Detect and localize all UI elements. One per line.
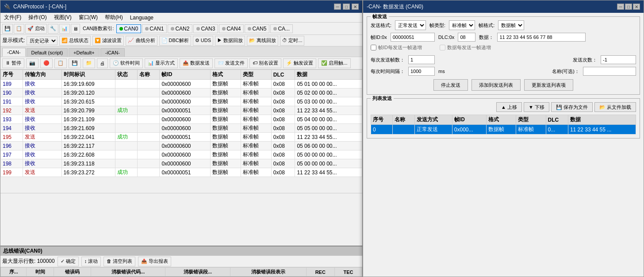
load-file-btn[interactable]: 📂 从文件加载 bbox=[594, 102, 636, 112]
clear-list-btn[interactable]: 🗑 清空列表 bbox=[104, 257, 135, 266]
tab-ican[interactable]: -iCAN- bbox=[100, 48, 125, 57]
pause-button[interactable]: ⏸ 暂停 bbox=[2, 58, 24, 68]
table-row[interactable]: 199 发送 16:39:23.272 成功 0x00000051 数据帧 标准… bbox=[1, 168, 362, 177]
send-count-input[interactable] bbox=[408, 55, 435, 64]
table-row[interactable]: 192 发送 16:39:20.799 成功 0x00000051 数据帧 标准… bbox=[1, 106, 362, 115]
dialog-close[interactable]: ✕ bbox=[633, 4, 640, 10]
toolbar-icon-btn-3[interactable]: 🔧 bbox=[48, 24, 58, 34]
icon-btn-4[interactable]: 💾 bbox=[69, 58, 81, 68]
timer-btn[interactable]: ⏱ 定时... bbox=[280, 36, 304, 46]
canmore-label: CA... bbox=[278, 26, 290, 32]
close-button[interactable]: ✕ bbox=[352, 4, 359, 10]
toolbar-icon-btn-1[interactable]: 💾 bbox=[2, 24, 13, 34]
cell-dir: 接收 bbox=[23, 115, 61, 124]
icon-btn-3[interactable]: 📋 bbox=[54, 58, 67, 68]
tab-can[interactable]: -CAN- bbox=[2, 48, 26, 57]
minimize-button[interactable]: ─ bbox=[334, 4, 341, 10]
curve-btn[interactable]: 📈 曲线分析 bbox=[126, 36, 157, 46]
update-list-btn[interactable]: 更新发送列表项 bbox=[524, 79, 573, 91]
bus-status-btn[interactable]: 📶 总线状态 bbox=[59, 36, 91, 46]
start-button[interactable]: 🚀 启动 bbox=[25, 24, 47, 34]
table-row[interactable]: 197 接收 16:39:22.608 0x00000600 数据帧 标准帧 0… bbox=[1, 150, 362, 159]
display-mode-btn[interactable]: 📊 显示方式 bbox=[145, 58, 178, 68]
export-btn[interactable]: 📤 导出报表 bbox=[138, 257, 171, 266]
send-format-label: 发送格式: bbox=[371, 22, 391, 29]
dbc-btn[interactable]: 📄 DBC解析 bbox=[159, 36, 191, 46]
frame-type-select[interactable]: 标准帧 扩展帧 bbox=[449, 20, 475, 30]
toolbar-icon-btn-4[interactable]: 📊 bbox=[59, 24, 70, 34]
table-row[interactable]: 194 接收 16:39:21.609 0x00000600 数据帧 标准帧 0… bbox=[1, 124, 362, 133]
checkbox-id-incr[interactable] bbox=[371, 45, 376, 50]
move-down-btn[interactable]: ▼ 下移 bbox=[524, 102, 549, 112]
toolbar-icon-btn-2[interactable]: 📋 bbox=[14, 24, 24, 34]
stop-send-btn[interactable]: 停止发送 bbox=[433, 79, 468, 91]
cell-type: 标准帧 bbox=[241, 115, 272, 124]
cell-time: 16:39:22.041 bbox=[61, 133, 115, 142]
maximize-button[interactable]: □ bbox=[343, 4, 350, 10]
data-send-btn[interactable]: 📤 数据发送 bbox=[180, 58, 213, 68]
data-input[interactable] bbox=[497, 33, 586, 42]
filter-btn[interactable]: 🔽 滤波设置 bbox=[92, 36, 124, 46]
mode-select[interactable]: 历史记录 bbox=[27, 36, 58, 45]
move-up-btn[interactable]: ▲ 上移 bbox=[496, 102, 522, 112]
list-table: 序号 名称 发送方式 帧ID 格式 类型 DLC 数据 0 正常发送 0x000… bbox=[371, 115, 636, 135]
menu-language[interactable]: Language bbox=[126, 13, 157, 22]
icon-btn-1[interactable]: 📷 bbox=[26, 58, 38, 68]
table-row[interactable]: 196 接收 16:39:22.117 0x00000600 数据帧 标准帧 0… bbox=[1, 142, 362, 150]
alias-btn[interactable]: 🏷 别名设置 bbox=[249, 58, 281, 68]
can-btn-3[interactable]: CAN3 bbox=[193, 24, 218, 33]
table-row[interactable]: 190 接收 16:39:20.120 0x00000600 数据帧 标准帧 0… bbox=[1, 88, 362, 97]
checkbox-id-label: 帧ID每发送一帧递增 bbox=[378, 44, 422, 51]
name-input[interactable] bbox=[583, 67, 636, 76]
table-row[interactable]: 191 接收 16:39:20.615 0x00000600 数据帧 标准帧 0… bbox=[1, 97, 362, 106]
interval-input[interactable] bbox=[408, 67, 435, 76]
sw-time-btn[interactable]: 🕐 软件时间 bbox=[110, 58, 143, 68]
can-btn-2[interactable]: CAN2 bbox=[168, 24, 192, 33]
menu-file[interactable]: 文件(F) bbox=[0, 13, 25, 22]
table-row[interactable]: 189 接收 16:39:19.609 0x00000600 数据帧 标准帧 0… bbox=[1, 80, 362, 88]
can-btn-0[interactable]: CAN0 bbox=[116, 24, 141, 33]
table-row[interactable]: 195 发送 16:39:22.041 成功 0x00000051 数据帧 标准… bbox=[1, 133, 362, 142]
menu-operate[interactable]: 操作(O) bbox=[25, 13, 50, 22]
tab-default-plus[interactable]: +Default+ bbox=[69, 48, 100, 57]
dlc-input[interactable] bbox=[458, 33, 475, 42]
menu-help[interactable]: 帮助(H) bbox=[101, 13, 126, 22]
can-btn-1[interactable]: CAN1 bbox=[142, 24, 167, 33]
menu-view[interactable]: 视图(V) bbox=[50, 13, 75, 22]
can5-status-dot bbox=[248, 27, 251, 31]
add-to-list-btn[interactable]: 添加到发送列表 bbox=[472, 79, 521, 91]
frame-id-input[interactable] bbox=[391, 33, 435, 42]
data-table-container[interactable]: 序号 传输方向 时间标识 状态 名称 帧ID 格式 类型 DLC 数据 189 … bbox=[0, 69, 362, 193]
confirm-btn[interactable]: ✓ 确定 bbox=[58, 257, 79, 266]
tab-default-script[interactable]: Default (script) bbox=[27, 48, 68, 57]
frame-format-select[interactable]: 数据帧 远程帧 bbox=[498, 20, 524, 30]
dialog-minimize[interactable]: ─ bbox=[617, 4, 624, 10]
scroll-btn[interactable]: ↕ 滚动 bbox=[81, 257, 101, 266]
icon-btn-2[interactable]: 🔴 bbox=[40, 58, 53, 68]
list-col-format: 格式 bbox=[487, 115, 516, 125]
send-format-select[interactable]: 正常发送 周期发送 bbox=[395, 20, 426, 30]
menu-window[interactable]: 窗口(W) bbox=[75, 13, 101, 22]
can2-label: CAN2 bbox=[175, 26, 189, 32]
offline-replay-btn[interactable]: 📂 离线回放 bbox=[247, 36, 278, 46]
send-file-btn[interactable]: 📨 发送文件 bbox=[215, 58, 248, 68]
cell-format: 数据帧 bbox=[211, 80, 241, 88]
toolbar-icon-btn-5[interactable]: 🖥 bbox=[71, 24, 80, 34]
can-btn-4[interactable]: CAN4 bbox=[219, 24, 244, 33]
table-row[interactable]: 198 接收 16:39:23.118 0x00000600 数据帧 标准帧 0… bbox=[1, 159, 362, 168]
list-item[interactable]: 0 正常发送 0x000... 数据帧 标准帧 0... 11 22 33 44… bbox=[371, 125, 636, 135]
data-replay-btn[interactable]: ▶ 数据回放 bbox=[215, 36, 245, 46]
icon-btn-6[interactable]: 🖨 bbox=[97, 58, 108, 68]
total-count-input[interactable] bbox=[601, 55, 636, 64]
checkbox-data-incr[interactable] bbox=[440, 45, 445, 50]
save-file-btn[interactable]: 💾 保存为文件 bbox=[551, 102, 593, 112]
dialog-maximize[interactable]: □ bbox=[625, 4, 632, 10]
trigger-btn[interactable]: ⚡ 触发设置 bbox=[283, 58, 316, 68]
enable-trigger-btn[interactable]: ✅ 启用触... bbox=[318, 58, 350, 68]
table-row[interactable]: 193 接收 16:39:21.109 0x00000600 数据帧 标准帧 0… bbox=[1, 115, 362, 124]
icon-btn-5[interactable]: 📁 bbox=[83, 58, 95, 68]
uds-btn[interactable]: ⚙ UDS bbox=[193, 36, 213, 46]
can-btn-5[interactable]: CAN5 bbox=[245, 24, 269, 33]
list-col-send-mode: 发送方式 bbox=[414, 115, 452, 125]
can-btn-more[interactable]: CA... bbox=[270, 24, 293, 33]
